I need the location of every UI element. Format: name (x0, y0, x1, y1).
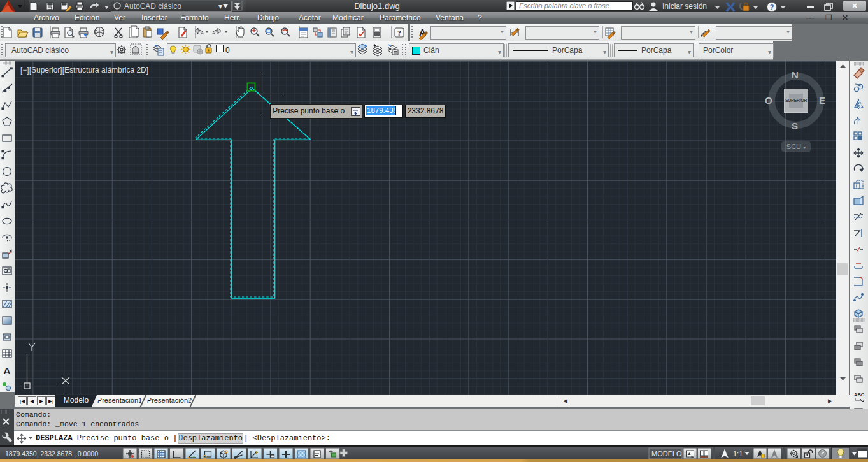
svg-text:ABC: ABC (854, 392, 865, 398)
svg-text:1:1: 1:1 (733, 450, 743, 458)
svg-text:0: 0 (225, 46, 230, 55)
svg-text:?: ? (397, 29, 401, 38)
svg-text:?: ? (770, 3, 774, 11)
svg-text:MODELO: MODELO (651, 450, 682, 458)
svg-text:A: A (4, 365, 11, 376)
